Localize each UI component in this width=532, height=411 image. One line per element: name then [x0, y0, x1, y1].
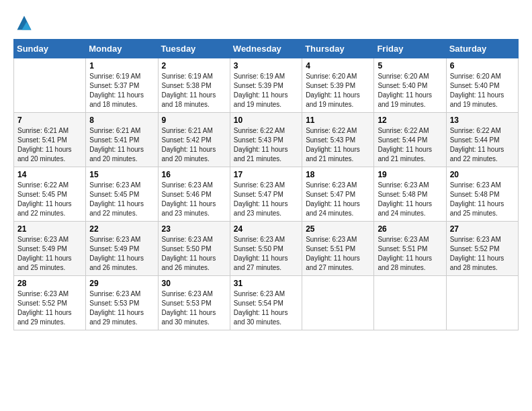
- day-number: 3: [234, 61, 298, 71]
- logo-icon: [15, 13, 34, 32]
- day-info: Sunrise: 6:23 AMSunset: 5:54 PMDaylight:…: [234, 289, 298, 327]
- day-number: 28: [17, 279, 82, 288]
- day-info: Sunrise: 6:23 AMSunset: 5:48 PMDaylight:…: [450, 181, 515, 218]
- day-number: 6: [450, 61, 515, 71]
- calendar-cell: 28Sunrise: 6:23 AMSunset: 5:52 PMDayligh…: [14, 276, 86, 330]
- day-number: 19: [378, 170, 442, 179]
- calendar-cell: 5Sunrise: 6:20 AMSunset: 5:40 PMDaylight…: [374, 58, 446, 113]
- calendar-day-header: Monday: [86, 40, 158, 58]
- calendar-cell: [302, 276, 374, 330]
- day-info: Sunrise: 6:22 AMSunset: 5:43 PMDaylight:…: [234, 126, 298, 164]
- calendar-day-header: Friday: [374, 40, 446, 58]
- calendar-header-row: SundayMondayTuesdayWednesdayThursdayFrid…: [14, 40, 519, 58]
- calendar-week-row: 7Sunrise: 6:21 AMSunset: 5:41 PMDaylight…: [14, 113, 519, 167]
- day-number: 14: [17, 170, 82, 179]
- calendar-week-row: 1Sunrise: 6:19 AMSunset: 5:37 PMDaylight…: [14, 58, 519, 113]
- day-number: 8: [89, 116, 154, 125]
- day-info: Sunrise: 6:23 AMSunset: 5:49 PMDaylight:…: [89, 235, 154, 273]
- calendar-day-header: Sunday: [14, 40, 86, 58]
- day-info: Sunrise: 6:22 AMSunset: 5:44 PMDaylight:…: [378, 126, 442, 164]
- day-info: Sunrise: 6:19 AMSunset: 5:38 PMDaylight:…: [162, 72, 226, 109]
- calendar-cell: [446, 276, 518, 330]
- day-info: Sunrise: 6:23 AMSunset: 5:47 PMDaylight:…: [234, 181, 298, 218]
- day-info: Sunrise: 6:23 AMSunset: 5:52 PMDaylight:…: [450, 235, 515, 273]
- day-info: Sunrise: 6:23 AMSunset: 5:46 PMDaylight:…: [162, 181, 226, 218]
- day-number: 9: [162, 116, 226, 125]
- day-info: Sunrise: 6:22 AMSunset: 5:43 PMDaylight:…: [306, 126, 370, 164]
- calendar-cell: 11Sunrise: 6:22 AMSunset: 5:43 PMDayligh…: [302, 113, 374, 167]
- day-number: 21: [17, 224, 82, 234]
- day-info: Sunrise: 6:23 AMSunset: 5:51 PMDaylight:…: [306, 235, 370, 273]
- calendar-cell: 27Sunrise: 6:23 AMSunset: 5:52 PMDayligh…: [446, 222, 518, 276]
- calendar-cell: 3Sunrise: 6:19 AMSunset: 5:39 PMDaylight…: [230, 58, 302, 113]
- day-number: 13: [450, 116, 515, 125]
- calendar-cell: 19Sunrise: 6:23 AMSunset: 5:48 PMDayligh…: [374, 167, 446, 222]
- calendar-cell: 20Sunrise: 6:23 AMSunset: 5:48 PMDayligh…: [446, 167, 518, 222]
- calendar-cell: 23Sunrise: 6:23 AMSunset: 5:50 PMDayligh…: [158, 222, 230, 276]
- calendar-cell: 4Sunrise: 6:20 AMSunset: 5:39 PMDaylight…: [302, 58, 374, 113]
- day-info: Sunrise: 6:23 AMSunset: 5:53 PMDaylight:…: [89, 289, 154, 327]
- calendar-cell: 18Sunrise: 6:23 AMSunset: 5:47 PMDayligh…: [302, 167, 374, 222]
- calendar-cell: 21Sunrise: 6:23 AMSunset: 5:49 PMDayligh…: [14, 222, 86, 276]
- calendar-week-row: 28Sunrise: 6:23 AMSunset: 5:52 PMDayligh…: [14, 276, 519, 330]
- day-info: Sunrise: 6:19 AMSunset: 5:37 PMDaylight:…: [89, 72, 154, 109]
- day-number: 23: [162, 224, 226, 234]
- calendar-week-row: 21Sunrise: 6:23 AMSunset: 5:49 PMDayligh…: [14, 222, 519, 276]
- calendar-cell: 26Sunrise: 6:23 AMSunset: 5:51 PMDayligh…: [374, 222, 446, 276]
- calendar-cell: 31Sunrise: 6:23 AMSunset: 5:54 PMDayligh…: [230, 276, 302, 330]
- day-number: 7: [17, 116, 82, 125]
- day-number: 2: [162, 61, 226, 71]
- calendar-day-header: Thursday: [302, 40, 374, 58]
- day-number: 24: [234, 224, 298, 234]
- day-info: Sunrise: 6:23 AMSunset: 5:47 PMDaylight:…: [306, 181, 370, 218]
- day-number: 11: [306, 116, 370, 125]
- day-number: 27: [450, 224, 515, 234]
- day-number: 16: [162, 170, 226, 179]
- calendar-cell: 1Sunrise: 6:19 AMSunset: 5:37 PMDaylight…: [86, 58, 158, 113]
- calendar-cell: 22Sunrise: 6:23 AMSunset: 5:49 PMDayligh…: [86, 222, 158, 276]
- calendar-cell: 14Sunrise: 6:22 AMSunset: 5:45 PMDayligh…: [14, 167, 86, 222]
- calendar-cell: 13Sunrise: 6:22 AMSunset: 5:44 PMDayligh…: [446, 113, 518, 167]
- day-info: Sunrise: 6:23 AMSunset: 5:52 PMDaylight:…: [17, 289, 82, 327]
- calendar-cell: [14, 58, 86, 113]
- day-info: Sunrise: 6:22 AMSunset: 5:44 PMDaylight:…: [450, 126, 515, 164]
- day-number: 1: [89, 61, 154, 71]
- calendar-day-header: Wednesday: [230, 40, 302, 58]
- day-info: Sunrise: 6:21 AMSunset: 5:41 PMDaylight:…: [17, 126, 82, 164]
- day-info: Sunrise: 6:23 AMSunset: 5:48 PMDaylight:…: [378, 181, 442, 218]
- page-header: [13, 13, 519, 32]
- calendar-day-header: Saturday: [446, 40, 518, 58]
- calendar-cell: [374, 276, 446, 330]
- day-info: Sunrise: 6:23 AMSunset: 5:45 PMDaylight:…: [89, 181, 154, 218]
- calendar-cell: 7Sunrise: 6:21 AMSunset: 5:41 PMDaylight…: [14, 113, 86, 167]
- day-info: Sunrise: 6:22 AMSunset: 5:45 PMDaylight:…: [17, 181, 82, 218]
- day-info: Sunrise: 6:20 AMSunset: 5:40 PMDaylight:…: [450, 72, 515, 109]
- day-info: Sunrise: 6:20 AMSunset: 5:40 PMDaylight:…: [378, 72, 442, 109]
- day-number: 22: [89, 224, 154, 234]
- calendar-cell: 10Sunrise: 6:22 AMSunset: 5:43 PMDayligh…: [230, 113, 302, 167]
- day-info: Sunrise: 6:21 AMSunset: 5:42 PMDaylight:…: [162, 126, 226, 164]
- day-number: 20: [450, 170, 515, 179]
- calendar-cell: 16Sunrise: 6:23 AMSunset: 5:46 PMDayligh…: [158, 167, 230, 222]
- day-info: Sunrise: 6:21 AMSunset: 5:41 PMDaylight:…: [89, 126, 154, 164]
- calendar-cell: 29Sunrise: 6:23 AMSunset: 5:53 PMDayligh…: [86, 276, 158, 330]
- day-info: Sunrise: 6:19 AMSunset: 5:39 PMDaylight:…: [234, 72, 298, 109]
- calendar-cell: 12Sunrise: 6:22 AMSunset: 5:44 PMDayligh…: [374, 113, 446, 167]
- day-number: 17: [234, 170, 298, 179]
- day-number: 25: [306, 224, 370, 234]
- day-number: 10: [234, 116, 298, 125]
- calendar-cell: 6Sunrise: 6:20 AMSunset: 5:40 PMDaylight…: [446, 58, 518, 113]
- day-number: 26: [378, 224, 442, 234]
- logo: [13, 13, 34, 32]
- day-number: 18: [306, 170, 370, 179]
- day-info: Sunrise: 6:23 AMSunset: 5:50 PMDaylight:…: [162, 235, 226, 273]
- day-number: 5: [378, 61, 442, 71]
- calendar-cell: 15Sunrise: 6:23 AMSunset: 5:45 PMDayligh…: [86, 167, 158, 222]
- day-number: 31: [234, 279, 298, 288]
- calendar-week-row: 14Sunrise: 6:22 AMSunset: 5:45 PMDayligh…: [14, 167, 519, 222]
- day-number: 29: [89, 279, 154, 288]
- day-info: Sunrise: 6:23 AMSunset: 5:53 PMDaylight:…: [162, 289, 226, 327]
- calendar-cell: 24Sunrise: 6:23 AMSunset: 5:50 PMDayligh…: [230, 222, 302, 276]
- calendar-cell: 8Sunrise: 6:21 AMSunset: 5:41 PMDaylight…: [86, 113, 158, 167]
- day-info: Sunrise: 6:23 AMSunset: 5:50 PMDaylight:…: [234, 235, 298, 273]
